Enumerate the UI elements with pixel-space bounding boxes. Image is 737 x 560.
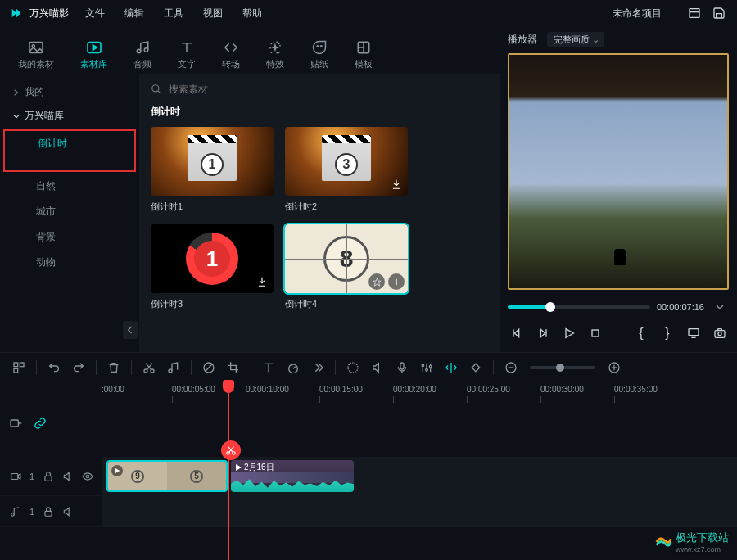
tab-sticker[interactable]: 贴纸: [305, 37, 333, 74]
text-tool-icon[interactable]: [258, 357, 279, 378]
disable-icon[interactable]: [198, 357, 219, 378]
sidebar-item-background[interactable]: 背景: [0, 224, 139, 250]
svg-marker-17: [373, 278, 380, 285]
next-frame-button[interactable]: [534, 324, 552, 342]
timeline-clip[interactable]: 95: [106, 460, 228, 492]
menu-file[interactable]: 文件: [85, 7, 105, 20]
mute-icon[interactable]: [62, 506, 74, 517]
scissors-icon: [225, 445, 237, 456]
zoom-out-button[interactable]: [500, 357, 522, 378]
window-layout-icon[interactable]: [686, 5, 703, 21]
tab-audio[interactable]: 音频: [129, 37, 156, 74]
timeline-clip[interactable]: 2月16日: [231, 460, 354, 492]
mark-out-button[interactable]: }: [658, 324, 676, 342]
keyframe-icon[interactable]: [465, 357, 486, 378]
tab-library[interactable]: 素材库: [75, 37, 112, 74]
mark-in-button[interactable]: {: [632, 324, 650, 342]
audio-track-body[interactable]: [102, 496, 737, 526]
add-icon[interactable]: [388, 273, 405, 290]
scrub-track[interactable]: [508, 305, 650, 309]
speed-button[interactable]: [283, 357, 304, 378]
preview-controls: { }: [508, 321, 729, 345]
prev-frame-button[interactable]: [508, 324, 526, 342]
lock-icon[interactable]: [43, 506, 54, 517]
video-track-icon: [10, 471, 21, 482]
add-media-track-button[interactable]: [7, 414, 25, 432]
play-icon: [234, 463, 242, 472]
sidebar-item-animal[interactable]: 动物: [0, 250, 139, 275]
adjust-icon[interactable]: [416, 357, 437, 378]
tab-transition[interactable]: 转场: [217, 37, 245, 74]
delete-button[interactable]: [103, 357, 124, 378]
tab-template[interactable]: 模板: [350, 37, 378, 74]
marker-button[interactable]: [441, 357, 462, 378]
sidebar-group-mine[interactable]: 我的: [0, 80, 139, 104]
link-button[interactable]: [31, 414, 49, 432]
tab-effect[interactable]: 特效: [261, 37, 289, 74]
asset-card[interactable]: 1 倒计时3: [151, 224, 274, 310]
audio-edit-icon[interactable]: [163, 357, 184, 378]
mic-icon[interactable]: [391, 357, 413, 378]
menu-help[interactable]: 帮助: [242, 7, 262, 20]
undo-button[interactable]: [43, 357, 65, 378]
asset-card[interactable]: 8 倒计时4: [285, 224, 408, 310]
image-icon: [27, 40, 45, 55]
download-icon[interactable]: [255, 275, 269, 288]
zoom-slider[interactable]: [530, 366, 595, 369]
visibility-icon[interactable]: [82, 471, 93, 482]
display-button[interactable]: [685, 324, 703, 342]
preview-timecode: 00:00:07:16: [657, 302, 704, 312]
svg-marker-65: [236, 464, 242, 471]
cut-button[interactable]: [138, 357, 160, 378]
sidebar-item-nature[interactable]: 自然: [0, 174, 139, 199]
search-icon: [151, 84, 162, 95]
sidebar-group-wxlib[interactable]: 万兴喵库: [0, 104, 139, 128]
svg-point-7: [144, 48, 148, 52]
qr-icon[interactable]: [8, 357, 29, 378]
preview-title: 播放器: [508, 33, 537, 47]
asset-card[interactable]: 3 倒计时2: [285, 127, 408, 213]
video-track-body[interactable]: 95 2月16日: [102, 457, 737, 495]
lock-icon[interactable]: [43, 471, 54, 482]
color-wheel-icon[interactable]: [342, 357, 364, 378]
favorite-icon[interactable]: [368, 273, 385, 290]
sidebar-item-city[interactable]: 城市: [0, 199, 139, 224]
sidebar-collapse-button[interactable]: [123, 321, 138, 339]
preview-viewport[interactable]: [508, 53, 729, 290]
chevron-down-icon[interactable]: [711, 298, 729, 316]
more-tools-icon[interactable]: [307, 357, 328, 378]
tab-mymedia[interactable]: 我的素材: [13, 37, 59, 74]
svg-rect-28: [715, 331, 725, 338]
zoom-in-button[interactable]: [604, 357, 625, 378]
quality-select[interactable]: 完整画质: [547, 34, 604, 46]
menu-view[interactable]: 视图: [203, 7, 223, 20]
asset-thumbnail[interactable]: 3: [285, 127, 408, 196]
asset-thumbnail[interactable]: 1: [151, 224, 274, 293]
tab-text[interactable]: 文字: [173, 37, 201, 74]
menu-edit[interactable]: 编辑: [124, 7, 144, 20]
split-button[interactable]: [221, 440, 241, 460]
save-icon[interactable]: [711, 5, 727, 21]
asset-thumbnail[interactable]: 8: [285, 224, 408, 293]
asset-grid: 1 倒计时1 3 倒计时2 1: [151, 127, 488, 310]
playhead[interactable]: [228, 382, 229, 560]
asset-thumbnail[interactable]: 1: [151, 127, 274, 196]
volume-icon[interactable]: [367, 357, 388, 378]
mute-icon[interactable]: [62, 471, 74, 482]
asset-grid-panel: 倒计时 1 倒计时1 3 倒计时2: [139, 74, 500, 352]
time-ruler[interactable]: :00:00 00:00:05:00 00:00:10:00 00:00:15:…: [0, 382, 737, 404]
search-input[interactable]: [169, 84, 488, 95]
menu-tools[interactable]: 工具: [164, 7, 183, 20]
asset-card[interactable]: 1 倒计时1: [151, 127, 274, 213]
snapshot-button[interactable]: [711, 324, 729, 342]
svg-line-37: [205, 364, 212, 371]
download-icon[interactable]: [390, 178, 403, 191]
sidebar-item-countdown[interactable]: 倒计时: [3, 129, 136, 172]
stop-button[interactable]: [586, 324, 604, 342]
svg-point-11: [321, 46, 323, 47]
svg-line-16: [158, 91, 161, 93]
play-button[interactable]: [560, 324, 578, 342]
crop-button[interactable]: [223, 357, 244, 378]
scrub-handle[interactable]: [545, 302, 555, 312]
redo-button[interactable]: [68, 357, 89, 378]
